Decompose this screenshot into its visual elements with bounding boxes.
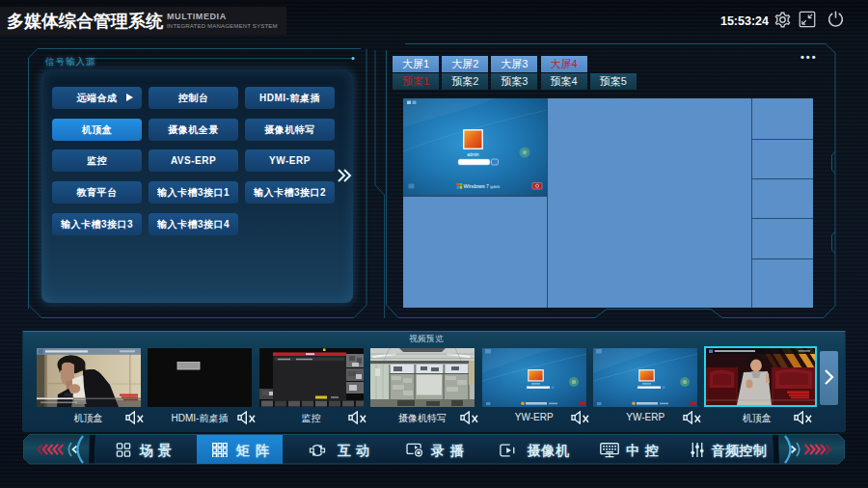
svg-text:admin: admin <box>467 152 479 157</box>
